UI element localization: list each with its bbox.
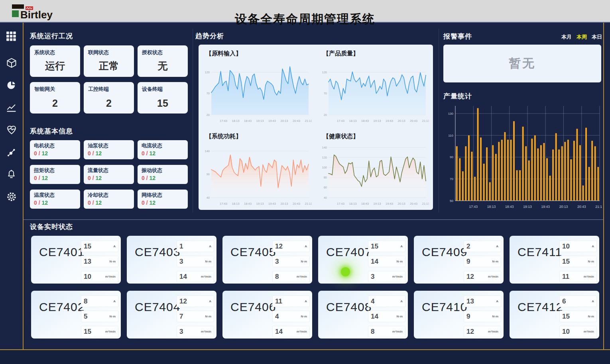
svg-text:40: 40 <box>324 196 327 200</box>
info-card-total: 12 <box>149 200 155 206</box>
info-card[interactable]: 电机状态0 / 12 <box>30 140 80 159</box>
device-stat-value: 9 <box>466 313 470 321</box>
device-stat-value: 8 <box>275 273 279 281</box>
info-card-ratio: 0 / 12 <box>88 175 130 181</box>
alarm-header: 报警事件 本月本周本日 <box>443 32 602 41</box>
alarm-tab-本日[interactable]: 本日 <box>592 33 602 41</box>
status-card-value: 正常 <box>84 59 134 72</box>
device-stat-torque: 3N·m <box>177 256 214 267</box>
sidebar-cube-3d-icon[interactable] <box>3 55 20 72</box>
info-card[interactable]: 温度状态0 / 12 <box>30 190 80 209</box>
info-card-separator: / <box>37 175 42 181</box>
trend-chart-title: 【原料输入】 <box>206 50 242 57</box>
status-card[interactable]: 工控终端2 <box>84 82 134 114</box>
alarm-tab-本月[interactable]: 本月 <box>561 33 572 41</box>
device-stat-flow: 15m³/min <box>81 326 118 337</box>
sidebar-heartbeat-icon[interactable] <box>3 122 20 139</box>
device-stats: 4A14N·m8m³/min <box>368 296 405 341</box>
bell-icon <box>6 169 17 181</box>
info-card[interactable]: 流量状态0 / 12 <box>84 165 134 184</box>
info-card-label: 流量状态 <box>88 167 130 174</box>
device-card-CE7410[interactable]: CE741013A9N·m12m³/min <box>414 291 504 339</box>
device-stats: 15A13N·m10m³/min <box>81 241 118 286</box>
svg-text:19:13: 19:13 <box>374 119 381 123</box>
sidebar-bell-icon[interactable] <box>3 166 20 183</box>
svg-text:80: 80 <box>324 176 327 179</box>
trend-chart-plot: 207012017:4318:1318:4319:1319:4320:1320:… <box>318 61 429 127</box>
device-stat-value: 8 <box>371 328 374 336</box>
info-card-current: 0 <box>88 150 91 157</box>
device-stat-value: 4 <box>371 297 374 305</box>
sidebar-gear-icon[interactable] <box>3 189 20 205</box>
system-status-title: 系统运行工况 <box>30 31 73 41</box>
info-card-label: 温度状态 <box>34 192 76 199</box>
device-stat-value: 2 <box>466 243 470 250</box>
footer-strip <box>0 350 610 364</box>
device-card-CE7409[interactable]: CE74092A9N·m12m³/min <box>414 236 504 284</box>
device-stat-value: 15 <box>84 328 91 336</box>
info-card[interactable]: 电流状态0 / 12 <box>138 140 188 159</box>
device-card-CE7403[interactable]: CE74031A3N·m14m³/min <box>127 236 216 284</box>
svg-text:120: 120 <box>205 70 210 74</box>
sidebar-apps-grid-icon[interactable] <box>3 29 20 45</box>
device-stat-torque: 4N·m <box>272 311 310 322</box>
devices-grid: CE740115A13N·m10m³/minCE74031A3N·m14m³/m… <box>31 236 599 339</box>
device-card-CE7411[interactable]: CE741110A15N·m11m³/min <box>510 236 599 284</box>
device-name: CE7410 <box>422 300 467 314</box>
device-card-CE7406[interactable]: CE740611A4N·m14m³/min <box>222 291 312 339</box>
info-card[interactable]: 油泵状态0 / 12 <box>84 140 134 159</box>
device-stat-current: 13A <box>464 296 501 307</box>
device-stat-unit: N·m <box>396 315 403 318</box>
device-stat-unit: A <box>209 245 211 248</box>
device-card-CE7407[interactable]: CE740715A14N·m3m³/min <box>318 236 408 284</box>
device-stat-unit: N·m <box>588 260 594 263</box>
device-stat-value: 3 <box>179 328 183 336</box>
svg-text:18:13: 18:13 <box>349 202 357 205</box>
info-card-label: 油泵状态 <box>88 142 130 149</box>
status-card[interactable]: 设备终端15 <box>138 82 188 114</box>
info-card-current: 0 <box>142 175 145 181</box>
info-card[interactable]: 冷却状态0 / 12 <box>84 190 134 209</box>
sidebar-pie-chart-icon[interactable] <box>3 77 20 94</box>
device-card-CE7401[interactable]: CE740115A13N·m10m³/min <box>31 236 121 284</box>
device-card-CE7412[interactable]: CE74126A15N·m10m³/min <box>510 291 599 339</box>
svg-text:21:13: 21:13 <box>422 119 429 123</box>
svg-text:20:13: 20:13 <box>398 202 405 205</box>
info-card-ratio: 0 / 12 <box>88 150 130 157</box>
info-card-current: 0 <box>88 200 91 206</box>
svg-text:18:13: 18:13 <box>349 119 357 123</box>
device-name: CE7411 <box>518 245 562 259</box>
info-card[interactable]: 扭矩状态0 / 12 <box>30 165 80 184</box>
svg-text:19:13: 19:13 <box>256 119 264 123</box>
device-card-CE7402[interactable]: CE74028A5N·m15m³/min <box>31 291 121 339</box>
trend-chart-product-quality: 【产品质量】207012017:4318:1318:4319:1319:4320… <box>316 45 433 127</box>
info-card[interactable]: 网络状态0 / 12 <box>138 190 188 209</box>
device-stat-value: 11 <box>275 297 282 305</box>
status-card[interactable]: 系统状态运行 <box>30 45 80 77</box>
svg-text:120: 120 <box>322 156 327 159</box>
alarm-tab-本周[interactable]: 本周 <box>577 33 587 41</box>
device-card-CE7404[interactable]: CE740412A7N·m3m³/min <box>127 291 216 339</box>
device-stat-unit: N·m <box>109 260 116 263</box>
device-stat-torque: 15N·m <box>559 256 597 267</box>
status-card[interactable]: 授权状态无 <box>138 45 188 77</box>
trend-chart-title: 【健康状态】 <box>323 133 359 140</box>
sidebar-line-chart-icon[interactable] <box>3 100 20 116</box>
device-stats: 10A15N·m11m³/min <box>559 241 597 286</box>
status-card[interactable]: 智能网关2 <box>30 82 80 114</box>
alarm-tabs: 本月本周本日 <box>561 33 602 41</box>
device-stats: 12A7N·m3m³/min <box>177 296 214 341</box>
info-card-separator: / <box>91 200 96 206</box>
status-card[interactable]: 联网状态正常 <box>84 45 134 77</box>
info-card[interactable]: 振动状态0 / 12 <box>138 165 188 184</box>
status-card-value: 运行 <box>30 59 80 72</box>
svg-text:100: 100 <box>322 166 327 169</box>
info-card-label: 电机状态 <box>34 142 76 149</box>
device-stat-value: 14 <box>275 328 283 336</box>
device-card-CE7408[interactable]: CE74084A14N·m8m³/min <box>318 291 408 339</box>
svg-text:21:13: 21:13 <box>595 205 602 209</box>
sidebar-molecule-icon[interactable] <box>3 144 20 161</box>
device-stat-current: 12A <box>177 296 214 307</box>
device-stats: 1A3N·m14m³/min <box>177 241 214 286</box>
device-card-CE7405[interactable]: CE740512A3N·m8m³/min <box>222 236 312 284</box>
